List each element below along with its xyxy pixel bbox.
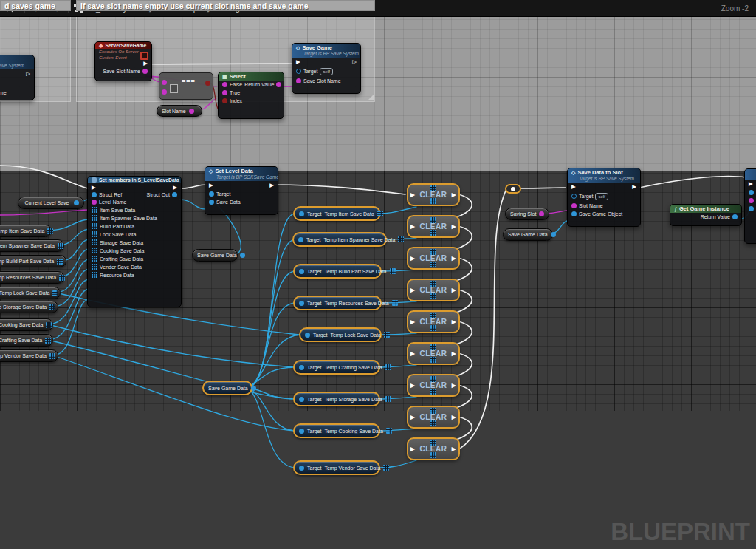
array-pin[interactable] — [430, 408, 436, 414]
target-pin[interactable] — [299, 269, 304, 274]
string-pin[interactable] — [296, 78, 301, 83]
variable-pill[interactable]: Temp Lock Save Data — [0, 287, 61, 299]
array-pin[interactable] — [430, 325, 436, 331]
target-pin[interactable] — [299, 466, 304, 471]
array-pin[interactable] — [430, 313, 436, 318]
reroute-node[interactable] — [505, 184, 521, 194]
exec-out-pin[interactable]: ▶ — [452, 224, 456, 230]
target-pin[interactable] — [571, 194, 577, 199]
save-data-to-slot-node[interactable]: ◇Save Data to Slot Target is BP Save Sys… — [567, 168, 641, 227]
false-pin[interactable] — [222, 82, 227, 87]
select-node[interactable]: ▦Select False Return Value True Index — [218, 72, 284, 119]
object-out-pin[interactable] — [551, 232, 556, 237]
array-out-pin[interactable] — [385, 364, 391, 370]
variable-pill[interactable]: Temp Item Save Data — [0, 225, 52, 237]
comment-resize-handle[interactable] — [368, 95, 374, 100]
exec-in-pin[interactable]: ▶ — [410, 287, 415, 293]
target-pill[interactable]: TargetTemp Resources Save Data — [293, 296, 382, 310]
true-pin[interactable] — [222, 90, 227, 95]
data-pin[interactable] — [749, 198, 754, 203]
save-game-object-pin[interactable] — [571, 211, 577, 216]
array-out-pin[interactable] — [45, 338, 51, 344]
clear-node[interactable]: ▶CLEAR▶ — [407, 183, 460, 206]
array-pin[interactable] — [430, 440, 436, 446]
array-out-pin[interactable] — [57, 259, 63, 265]
array-out-pin[interactable] — [49, 353, 55, 359]
target-pin[interactable] — [299, 397, 304, 402]
object-out-pin[interactable] — [74, 200, 79, 205]
target-pill[interactable]: TargetTemp Build Part Save Data — [293, 264, 382, 279]
array-pin[interactable] — [430, 262, 436, 267]
target-pill[interactable]: TargetTemp Lock Save Data — [299, 327, 382, 342]
exec-in-pin[interactable]: ▶ — [571, 184, 576, 190]
save-game-node[interactable]: ◇Save Game Target is BP Save System ▶▷ T… — [292, 43, 361, 94]
clear-node[interactable]: ▶CLEAR▶ — [407, 342, 460, 365]
array-out-pin[interactable] — [383, 465, 389, 471]
target-pin[interactable] — [305, 333, 310, 338]
exec-out-pin[interactable]: ▶ — [452, 415, 456, 420]
exec-in-pin[interactable]: ▶ — [410, 446, 415, 452]
array-pin[interactable] — [430, 249, 436, 255]
array-pin[interactable] — [430, 344, 436, 350]
target-pin[interactable] — [298, 237, 303, 242]
save-game-data-pill[interactable]: Save Game Data — [503, 228, 553, 241]
array-pin[interactable] — [430, 357, 436, 363]
exec-out-pin[interactable]: ▶ — [452, 319, 456, 325]
clear-node[interactable]: ▶CLEAR▶ — [407, 374, 460, 397]
variable-pill[interactable]: Temp Resources Save Data — [0, 271, 64, 284]
target-pill[interactable]: TargetTemp Crafting Save Data — [293, 360, 380, 375]
array-pin[interactable] — [92, 272, 97, 278]
target-pin[interactable] — [299, 429, 304, 434]
exec-out-pin[interactable]: ▷ — [352, 59, 357, 65]
event-node-serversavegame[interactable]: ◆ServerSaveGame Executes On Server Custo… — [94, 41, 152, 81]
exec-out-pin[interactable]: ▶ — [452, 287, 456, 293]
exec-in-pin[interactable]: ▶ — [410, 256, 415, 262]
partial-node-right[interactable]: ▶ — [744, 168, 756, 244]
target-pin[interactable] — [209, 191, 214, 197]
array-out-pin[interactable] — [385, 396, 391, 402]
clear-node[interactable]: ▶CLEAR▶ — [407, 247, 460, 270]
exec-out-pin[interactable]: ▶ — [143, 61, 148, 67]
variable-pill[interactable]: Temp Build Part Save Data — [0, 255, 66, 267]
index-pin[interactable] — [222, 98, 227, 103]
string-out-pin[interactable] — [142, 69, 148, 74]
return-value-pin[interactable] — [732, 214, 738, 219]
array-out-pin[interactable] — [47, 228, 53, 234]
array-out-pin[interactable] — [398, 236, 404, 242]
exec-in-pin[interactable]: ▶ — [410, 319, 415, 325]
exec-in-pin[interactable]: ▶ — [410, 224, 415, 230]
array-pin[interactable] — [430, 389, 436, 395]
struct-ref-pin[interactable] — [92, 192, 97, 197]
array-pin[interactable] — [430, 293, 436, 299]
array-pin[interactable] — [430, 198, 436, 204]
variable-pill[interactable]: Temp Storage Save Data — [0, 301, 58, 313]
variable-pill[interactable]: Temp Crafting Save Data — [0, 334, 53, 347]
target-pill[interactable]: TargetTemp Item Save Data — [293, 206, 381, 221]
array-out-pin[interactable] — [49, 304, 55, 310]
target-pin[interactable] — [296, 69, 301, 74]
array-out-pin[interactable] — [386, 428, 392, 434]
comment-left-header[interactable]: d saves game — [0, 0, 71, 11]
target-pin[interactable] — [299, 301, 304, 306]
exec-in-pin[interactable]: ▶ — [92, 185, 96, 191]
return-value-pin[interactable] — [276, 82, 281, 87]
exec-out-pin[interactable]: ▶ — [632, 184, 636, 190]
partial-save-game-node[interactable]: ◇Save Game Target is BP Save System ▶▷ T… — [0, 55, 35, 100]
array-pin[interactable] — [430, 217, 436, 223]
target-pin[interactable] — [299, 365, 304, 370]
array-pin[interactable] — [92, 264, 97, 270]
string-pin-b[interactable] — [162, 89, 167, 95]
data-pin[interactable] — [749, 206, 754, 211]
exec-out-pin[interactable]: ▶ — [452, 351, 456, 357]
target-pin[interactable] — [299, 211, 304, 216]
array-pin[interactable] — [430, 281, 436, 287]
array-out-pin[interactable] — [52, 290, 58, 296]
target-pill[interactable]: TargetTemp Vendor Save Data — [293, 460, 380, 475]
slot-name-pill[interactable]: Slot Name — [157, 105, 202, 117]
array-pin[interactable] — [430, 230, 436, 236]
array-pin[interactable] — [92, 223, 97, 229]
variable-pill[interactable]: Temp Item Spawner Save Data — [0, 239, 64, 252]
clear-node[interactable]: ▶CLEAR▶ — [407, 406, 460, 429]
variable-pill[interactable]: Temp Vendor Save Data — [0, 349, 58, 362]
exec-out-pin[interactable]: ▶ — [173, 185, 177, 191]
